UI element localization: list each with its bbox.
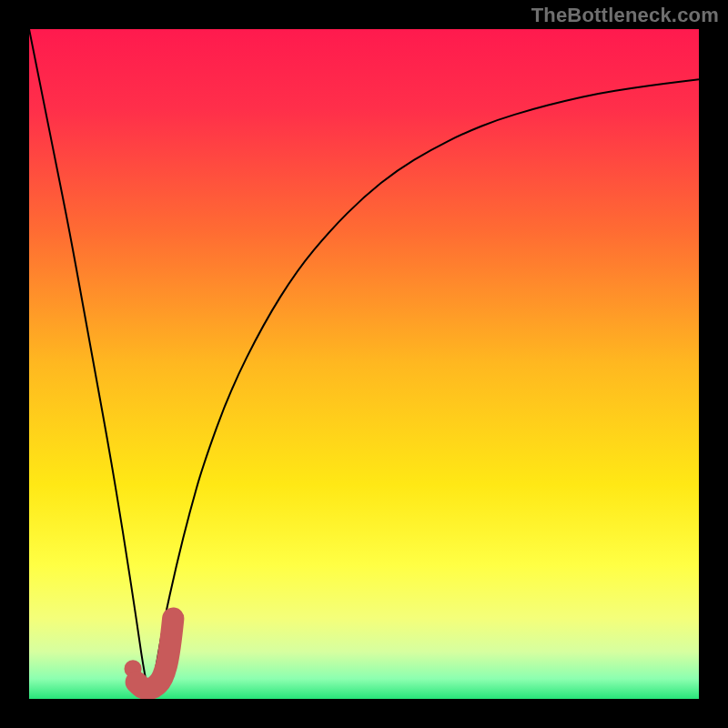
chart-background-gradient xyxy=(29,29,699,699)
chart-plot-area xyxy=(29,29,699,699)
watermark-text: TheBottleneck.com xyxy=(531,4,719,27)
chart-svg xyxy=(29,29,699,699)
